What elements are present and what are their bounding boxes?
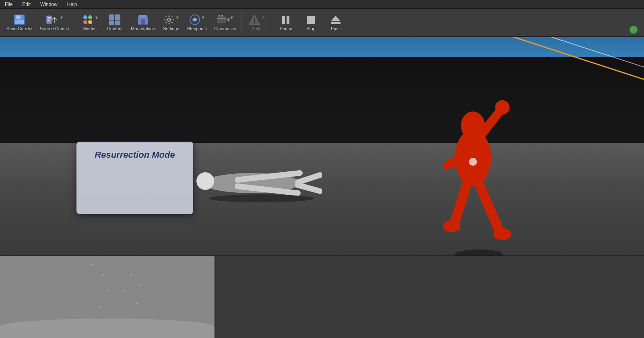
bottom-panel: [0, 256, 644, 338]
pause-icon: [280, 14, 292, 25]
cinematics-arrow: ▼: [230, 15, 234, 20]
animation-panel[interactable]: [0, 256, 215, 338]
svg-rect-5: [47, 17, 51, 18]
menu-help[interactable]: Help: [66, 1, 79, 8]
eject-button[interactable]: Eject: [324, 10, 348, 35]
svg-point-8: [83, 15, 87, 19]
svg-rect-6: [47, 19, 51, 19]
content-label: Content: [107, 26, 123, 31]
svg-point-52: [209, 194, 314, 202]
white-character: [181, 163, 322, 203]
svg-line-62: [97, 307, 101, 319]
svg-rect-14: [109, 21, 114, 25]
svg-line-63: [125, 291, 137, 303]
svg-line-64: [137, 303, 143, 317]
save-current-button[interactable]: Save Current: [3, 10, 36, 35]
preview-panel[interactable]: [215, 256, 644, 338]
blueprints-arrow: ▼: [201, 15, 205, 20]
sign-text: Resurrection Mode: [95, 150, 175, 160]
menu-bar: File Edit Window Help: [0, 0, 644, 9]
source-control-label: Source Control: [40, 26, 69, 31]
svg-point-69: [107, 290, 110, 292]
skeleton-figure: [80, 256, 153, 321]
svg-point-45: [455, 249, 503, 256]
svg-rect-15: [115, 21, 120, 25]
settings-button[interactable]: ▼ Settings: [159, 10, 183, 35]
modes-label: Modes: [83, 26, 97, 31]
svg-point-67: [91, 264, 94, 266]
stop-button[interactable]: Stop: [299, 10, 323, 35]
separator-2: [242, 12, 242, 33]
svg-point-66: [130, 274, 132, 276]
pause-button[interactable]: Pause: [274, 10, 298, 35]
source-control-button[interactable]: ▼ Source Control: [37, 10, 72, 35]
svg-rect-22: [217, 16, 226, 23]
status-indicator: [630, 26, 638, 34]
modes-arrow: ▼: [95, 15, 99, 20]
svg-point-43: [443, 220, 460, 232]
modes-button[interactable]: ▼ Modes: [78, 10, 102, 35]
source-control-icon: [45, 14, 59, 25]
svg-rect-13: [115, 14, 120, 20]
save-current-label: Save Current: [6, 26, 33, 31]
svg-point-72: [136, 302, 138, 304]
source-control-arrow: ▼: [60, 15, 64, 20]
svg-point-38: [495, 100, 510, 115]
stop-label: Stop: [306, 26, 316, 31]
svg-line-56: [93, 265, 103, 275]
svg-rect-31: [287, 16, 289, 24]
build-icon: [248, 14, 260, 25]
svg-rect-34: [331, 22, 341, 24]
svg-point-44: [469, 158, 477, 166]
svg-line-58: [131, 275, 141, 285]
cinematics-button[interactable]: ▼ Cinematics: [211, 10, 239, 35]
red-character: [402, 85, 543, 256]
menu-window[interactable]: Window: [39, 1, 59, 8]
blueprints-icon: [189, 14, 201, 25]
eject-icon: [330, 14, 342, 25]
svg-point-11: [88, 20, 92, 24]
blueprints-label: Blueprints: [187, 26, 207, 31]
svg-point-71: [99, 306, 102, 308]
svg-marker-23: [226, 17, 229, 22]
menu-edit[interactable]: Edit: [21, 1, 32, 8]
settings-label: Settings: [163, 26, 179, 31]
svg-rect-32: [307, 16, 315, 24]
modes-icon: [81, 14, 94, 25]
svg-line-61: [101, 291, 109, 307]
marketplace-label: Marketplace: [131, 26, 155, 31]
svg-rect-30: [282, 16, 285, 24]
content-button[interactable]: Content: [103, 10, 127, 35]
svg-line-59: [141, 285, 145, 295]
separator-3: [271, 12, 271, 33]
build-button[interactable]: ▼ Build: [244, 10, 268, 35]
save-icon: [13, 14, 25, 25]
svg-rect-7: [47, 20, 50, 21]
marketplace-icon: [137, 14, 149, 25]
main-viewport[interactable]: Resurrection Mode: [0, 37, 644, 256]
svg-point-21: [193, 18, 196, 21]
menu-file[interactable]: File: [3, 1, 14, 8]
separator-1: [75, 12, 75, 33]
stop-icon: [305, 14, 317, 25]
svg-line-57: [87, 259, 93, 265]
toolbar: Save Current ▼ Source Control: [0, 9, 644, 37]
anim-floor: [0, 319, 215, 338]
svg-point-9: [88, 15, 92, 19]
resurrection-mode-sign: Resurrection Mode: [76, 142, 193, 214]
svg-point-47: [196, 172, 214, 190]
svg-point-19: [168, 19, 170, 21]
cinematics-label: Cinematics: [214, 26, 236, 31]
svg-rect-2: [17, 16, 19, 19]
svg-line-51: [298, 185, 320, 191]
svg-point-10: [83, 20, 87, 24]
svg-rect-3: [15, 20, 24, 24]
eject-label: Eject: [331, 26, 341, 31]
cinematics-icon: [217, 14, 229, 25]
marketplace-button[interactable]: Marketplace: [128, 10, 158, 35]
svg-point-29: [254, 22, 255, 24]
blueprints-button[interactable]: ▼ Blueprints: [184, 10, 210, 35]
build-arrow: ▼: [261, 15, 265, 20]
svg-rect-25: [218, 15, 220, 17]
svg-line-42: [455, 184, 467, 222]
